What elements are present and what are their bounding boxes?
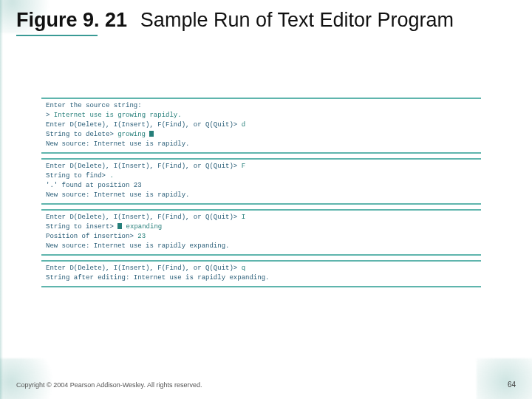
decor-corner-br xyxy=(477,358,532,399)
terminal-line: New source: Internet use is rapidly. xyxy=(46,140,477,149)
terminal-prompt: New source: Internet use is rapidly. xyxy=(46,191,189,199)
terminal-user-input: expanding xyxy=(122,223,162,231)
terminal-line: Position of insertion> 23 xyxy=(46,232,477,242)
cursor-icon xyxy=(149,131,154,137)
terminal-user-input: . xyxy=(109,172,113,180)
terminal-line: String to delete> growing xyxy=(46,130,477,140)
terminal-output: Enter the source string:> Internet use i… xyxy=(41,98,481,287)
terminal-line: String after editing: Internet use is ra… xyxy=(46,273,477,283)
terminal-prompt: New source: Internet use is rapidly expa… xyxy=(46,242,229,250)
figure-label: Figure 9. 21 xyxy=(16,9,127,31)
terminal-line: String to insert> expanding xyxy=(46,222,477,232)
terminal-prompt: New source: Internet use is rapidly. xyxy=(46,140,189,148)
terminal-line: > Internet use is growing rapidly. xyxy=(46,111,477,120)
terminal-user-input: 23 xyxy=(137,233,146,240)
terminal-line: Enter D(Delete), I(Insert), F(Find), or … xyxy=(46,162,477,171)
decor-corner-bl xyxy=(0,358,55,399)
terminal-prompt: Enter D(Delete), I(Insert), F(Find), or … xyxy=(46,121,242,129)
terminal-section: Enter D(Delete), I(Insert), F(Find), or … xyxy=(41,209,481,256)
title-underline xyxy=(16,35,98,36)
terminal-prompt: '.' found at position 23 xyxy=(46,182,142,189)
terminal-prompt: String to find> xyxy=(46,172,109,180)
terminal-line: '.' found at position 23 xyxy=(46,181,477,191)
terminal-prompt: Enter D(Delete), I(Insert), F(Find), or … xyxy=(46,163,242,170)
terminal-line: New source: Internet use is rapidly. xyxy=(46,191,477,200)
terminal-user-input: growing xyxy=(117,131,149,138)
terminal-prompt: String to insert> xyxy=(46,223,117,231)
terminal-user-input: Internet use is growing rapidly. xyxy=(54,112,182,119)
terminal-user-input: I xyxy=(242,214,245,221)
title-block: Figure 9. 21 Sample Run of Text Editor P… xyxy=(16,9,510,36)
terminal-prompt: Enter D(Delete), I(Insert), F(Find), or … xyxy=(46,265,242,272)
terminal-section: Enter D(Delete), I(Insert), F(Find), or … xyxy=(41,260,481,287)
terminal-line: Enter the source string: xyxy=(46,101,477,111)
terminal-user-input: F xyxy=(242,163,245,170)
terminal-line: String to find> . xyxy=(46,171,477,181)
terminal-prompt: String after editing: Internet use is ra… xyxy=(46,274,269,282)
terminal-user-input: q xyxy=(242,265,245,272)
terminal-prompt: String to delete> xyxy=(46,131,117,138)
terminal-prompt: Enter the source string: xyxy=(46,102,142,109)
terminal-prompt: > xyxy=(46,112,54,119)
terminal-prompt: Enter D(Delete), I(Insert), F(Find), or … xyxy=(46,214,242,221)
terminal-line: Enter D(Delete), I(Insert), F(Find), or … xyxy=(46,264,477,273)
terminal-prompt: Position of insertion> xyxy=(46,233,137,240)
decor-left-edge xyxy=(0,0,3,399)
terminal-line: Enter D(Delete), I(Insert), F(Find), or … xyxy=(46,120,477,130)
terminal-user-input: d xyxy=(242,121,245,129)
slide: Figure 9. 21 Sample Run of Text Editor P… xyxy=(0,0,532,399)
copyright-text: Copyright © 2004 Pearson Addison-Wesley.… xyxy=(16,381,202,389)
page-number: 64 xyxy=(508,381,516,389)
terminal-line: Enter D(Delete), I(Insert), F(Find), or … xyxy=(46,213,477,222)
terminal-section: Enter the source string:> Internet use i… xyxy=(41,98,481,154)
figure-title: Sample Run of Text Editor Program xyxy=(140,9,454,31)
terminal-section: Enter D(Delete), I(Insert), F(Find), or … xyxy=(41,158,481,205)
terminal-line: New source: Internet use is rapidly expa… xyxy=(46,242,477,251)
